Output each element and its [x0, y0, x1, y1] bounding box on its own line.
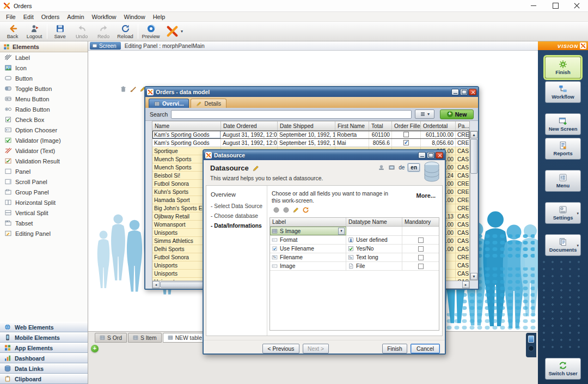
add-field-button[interactable] [273, 206, 280, 214]
menu-item[interactable]: File [2, 12, 20, 21]
cancel-button[interactable]: Cancel [411, 344, 440, 353]
scroll-right-button[interactable]: ▸ [462, 281, 469, 288]
maximize-button[interactable] [460, 89, 468, 95]
edit-field-button[interactable] [292, 206, 299, 214]
mandatory-checkbox[interactable] [418, 246, 424, 252]
wizard-titlebar[interactable]: Datasource [204, 150, 445, 160]
order-row[interactable]: Kam's Sporting Goods August 31, 1992, 12… [152, 139, 469, 147]
field-row[interactable]: Use Filename Yes/No [270, 245, 439, 253]
close-button[interactable] [469, 89, 476, 95]
close-button[interactable] [566, 0, 588, 11]
palette-element[interactable]: Label [0, 52, 88, 63]
order-filled-checkbox[interactable] [403, 132, 409, 137]
column-header[interactable]: Name [152, 121, 221, 130]
window-tab[interactable]: Overvi... [149, 99, 189, 108]
field-row[interactable]: Filename Text long [270, 253, 439, 262]
palette-element[interactable]: Panel [0, 166, 88, 176]
field-row[interactable]: Image File [270, 262, 439, 271]
column-header[interactable]: Date Shipped [278, 121, 335, 130]
column-header[interactable]: Datatype Name [346, 218, 402, 226]
toolbar-button[interactable]: Logout [23, 22, 45, 41]
close-button[interactable] [436, 152, 443, 159]
palette-section-header[interactable]: App Elements [0, 343, 88, 353]
vision-action-button[interactable]: New Screen ▾ [545, 113, 581, 135]
palette-element[interactable]: Option Chooser [0, 125, 88, 135]
palette-element[interactable]: Check Box [0, 114, 88, 125]
palette-section-header[interactable]: Web Elements [0, 322, 88, 332]
palette-element[interactable]: Menu Button [0, 94, 88, 104]
language-en-toggle[interactable]: en [408, 163, 420, 172]
column-header[interactable]: Label [270, 218, 346, 226]
toolbar-button[interactable]: Back [2, 22, 23, 41]
column-header[interactable]: Ordertotal [421, 121, 456, 130]
elements-panel-header[interactable]: Elements [0, 41, 88, 52]
wizard-step[interactable]: - Choose database [211, 213, 264, 219]
palette-section-header[interactable]: Clipboard [0, 374, 88, 384]
scroll-left-button[interactable]: ◂ [152, 281, 160, 288]
style-brush-icon[interactable] [130, 86, 137, 93]
vision-action-button[interactable]: Workflow ▾ [545, 81, 581, 103]
orders-window-titlebar[interactable]: Orders - data model [145, 87, 478, 97]
remove-field-button[interactable] [283, 206, 290, 214]
palette-section-header[interactable]: Dashboard [0, 353, 88, 363]
chevron-down-icon[interactable]: ▾ [577, 243, 579, 248]
column-header[interactable]: Order Filled [392, 121, 421, 130]
editor-tab[interactable]: S Item [128, 333, 162, 343]
menu-item[interactable]: Orders [38, 12, 64, 21]
refresh-fields-button[interactable] [302, 206, 309, 214]
editor-tab[interactable]: NEW table [163, 333, 207, 343]
field-selector-dropdown[interactable]: S Image ▾ [270, 227, 346, 235]
toolbar-button[interactable]: Preview [140, 22, 162, 41]
finish-button[interactable]: Finish [382, 344, 407, 353]
next-button[interactable]: Next > [303, 344, 329, 353]
visionx-logo-menu[interactable]: ▾ [162, 22, 187, 41]
media-icon[interactable] [388, 164, 395, 171]
toolbar-button[interactable]: Redo [93, 22, 114, 41]
vision-action-button[interactable]: Reports ▾ [545, 138, 581, 160]
palette-element[interactable]: Icon [0, 63, 88, 73]
toolbar-button[interactable]: Reload [114, 22, 136, 41]
design-canvas[interactable]: S Ord S Item NEW table + [88, 51, 538, 384]
field-row[interactable]: Format User defined [270, 236, 439, 245]
maximize-button[interactable] [544, 0, 566, 11]
palette-element[interactable]: Tabset [0, 218, 88, 228]
breadcrumb-screen-chip[interactable]: Screen [90, 42, 121, 50]
language-de-toggle[interactable]: de [399, 164, 405, 170]
palette-element[interactable]: Toggle Button [0, 83, 88, 94]
vision-action-button[interactable]: Documents ▾ [545, 234, 581, 256]
palette-element[interactable]: Validator (Image) [0, 135, 88, 145]
table-menu-button[interactable]: ▾ [415, 109, 434, 119]
vision-action-button[interactable]: Finish ▾ [545, 57, 581, 78]
edit-pencil-icon[interactable] [252, 164, 260, 172]
wizard-step[interactable]: - Data/Informations [211, 223, 264, 229]
palette-section-header[interactable]: Mobile Elements [0, 332, 88, 343]
column-header[interactable]: Mandatory [402, 218, 439, 226]
vertical-scrollbar[interactable]: ▲ ▼ [470, 131, 478, 281]
column-header[interactable]: Date Ordered [221, 121, 278, 130]
dock-knob-icon[interactable] [528, 345, 534, 351]
toolbar-button[interactable]: Undo [71, 22, 93, 41]
document-icon[interactable] [528, 336, 534, 343]
search-input[interactable] [171, 110, 412, 119]
scrollbar-thumb[interactable] [470, 139, 477, 174]
palette-element[interactable]: Validator (Text) [0, 145, 88, 156]
menu-item[interactable]: Window [120, 12, 149, 21]
stamp-icon[interactable] [378, 164, 385, 171]
column-header[interactable]: Total [369, 121, 392, 130]
delete-icon[interactable] [120, 86, 127, 93]
palette-element[interactable]: Scroll Panel [0, 176, 88, 187]
mandatory-checkbox[interactable] [418, 264, 424, 269]
vision-action-button[interactable]: Menu ▾ [545, 170, 581, 192]
maximize-button[interactable] [427, 152, 434, 159]
mandatory-checkbox[interactable] [418, 255, 424, 260]
palette-element[interactable]: Radio Button [0, 104, 88, 114]
palette-element[interactable]: Button [0, 73, 88, 83]
palette-element[interactable]: Group Panel [0, 187, 88, 197]
switch-user-button[interactable]: Switch User [545, 358, 581, 380]
scroll-up-button[interactable]: ▲ [470, 131, 477, 138]
more-link[interactable]: More... [416, 192, 436, 199]
column-header[interactable]: First Name [335, 121, 369, 130]
minimize-button[interactable] [418, 152, 426, 159]
editor-tab[interactable]: S Ord [95, 333, 127, 343]
toolbar-button[interactable]: Save [49, 22, 71, 41]
